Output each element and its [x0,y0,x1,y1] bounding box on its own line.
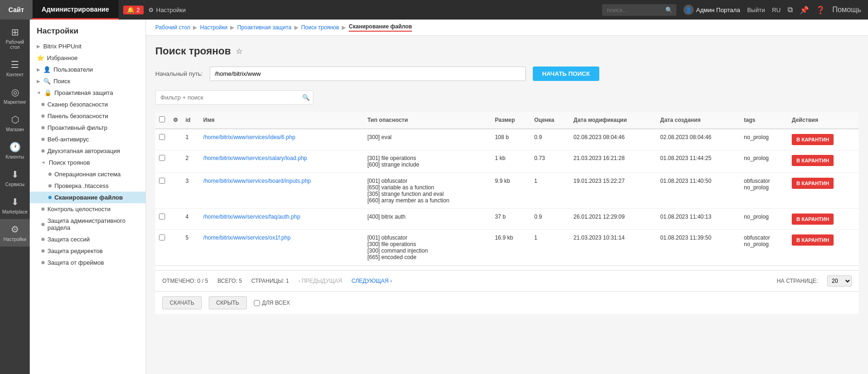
sidebar-item-favorites[interactable]: ⭐ Избранное [30,52,146,64]
sidebar-item-web-antivirus[interactable]: Веб-антивирус [30,134,146,145]
row-created: 02.08.2023 08:04:46 [656,129,740,150]
breadcrumb-desktop[interactable]: Рабочий стол [155,24,190,31]
breadcrumb-settings[interactable]: Настройки [200,24,227,31]
sidebar-item-integrity[interactable]: Контроль целостности [30,203,146,215]
sidebar-item-clients[interactable]: 🕐 Клиенты [0,137,30,164]
row-score: 0.9 [530,209,570,230]
row-id: 5 [182,230,199,266]
pagination-prev-button[interactable]: ‹ ПРЕДЫДУЩАЯ [298,278,342,284]
sidebar-item-security-panel[interactable]: Панель безопасности [30,110,146,122]
row-danger: [001] obfuscator[300] file operations[30… [364,230,491,266]
sidebar-item-file-scan[interactable]: Сканирование файлов [30,192,146,203]
pagination-next-button[interactable]: СЛЕДУЮЩАЯ › [351,278,392,284]
for-all-checkbox[interactable] [254,300,260,306]
pin-icon[interactable]: 📌 [800,6,809,14]
file-link[interactable]: /home/bitrix/www/services/salary/load.ph… [203,155,307,161]
admin-tab[interactable]: Администрирование [33,0,119,20]
sidebar-item-two-factor[interactable]: Двухэтапная авторизация [30,145,146,157]
sidebar-item-settings[interactable]: ⚙ Настройки [0,219,30,247]
dot-icon [41,103,45,106]
row-checkbox-input[interactable] [159,214,165,220]
sidebar-item-bitrix-phpunit[interactable]: ▶ Bitrix PHPUnit [30,40,146,52]
quarantine-button[interactable]: В КАРАНТИН [792,234,834,246]
sidebar-item-security-scanner[interactable]: Сканер безопасности [30,99,146,110]
pagination-marked: ОТМЕЧЕНО: 0 / 5 [162,278,208,284]
sidebar-item-admin-protect[interactable]: Защита административного раздела [30,215,146,234]
filter-row: 🔍 [155,90,859,105]
site-button[interactable]: Сайт [0,0,33,20]
sidebar-item-marketing[interactable]: ◎ Маркетинг [0,82,30,109]
sidebar-item-label: Рабочий стол [2,40,27,50]
sidebar-item-os[interactable]: Операционная система [30,168,146,180]
sidebar-item-frame-protect[interactable]: Защита от фреймов [30,257,146,268]
sidebar-item-label: Bitrix PHPUnit [43,43,81,50]
start-scan-button[interactable]: НАЧАТЬ ПОИСК [533,67,599,81]
window-icon[interactable]: ⧉ [788,6,793,14]
row-checkbox-input[interactable] [159,234,165,240]
settings-link[interactable]: ⚙ Настройки [148,7,186,13]
sidebar-item-proactive-filter[interactable]: Проактивный фильтр [30,122,146,134]
row-checkbox-input[interactable] [159,155,165,161]
sidebar-item-marketplace[interactable]: ⬇ Marketplace [0,192,30,219]
row-checkbox [155,150,169,173]
filter-input[interactable] [155,90,313,105]
language-button[interactable]: RU [772,7,781,13]
sidebar-item-services[interactable]: ⬇ Сервисы [0,164,30,192]
select-all-checkbox[interactable] [159,116,165,122]
row-checkbox-input[interactable] [159,178,165,184]
dot-icon [41,223,45,226]
sidebar-item-content[interactable]: ☰ Контент [0,54,30,82]
sidebar-item-trojan-search[interactable]: ▼ Поиск троянов [30,157,146,168]
sidebar-item-session-protect[interactable]: Защита сессий [30,234,146,245]
row-score: 1 [530,230,570,266]
dot-icon [41,138,45,141]
user-menu[interactable]: 👤 Админ Портала [683,5,740,15]
quarantine-button[interactable]: В КАРАНТИН [792,214,834,225]
main-layout: ⊞ Рабочий стол ☰ Контент ◎ Маркетинг ⬡ М… [0,20,868,374]
sidebar-item-label: Проактивный фильтр [47,124,107,131]
page-title: Поиск троянов [155,45,231,57]
row-created: 01.08.2023 11:39:50 [656,230,740,266]
breadcrumb-trojan[interactable]: Поиск троянов [301,24,339,31]
quarantine-button[interactable]: В КАРАНТИН [792,155,834,166]
hide-button[interactable]: СКРЫТЬ [209,296,247,309]
row-tags: no_prolog [740,209,788,230]
row-checkbox [155,173,169,209]
start-path-input[interactable] [210,67,526,81]
sidebar-item-shop[interactable]: ⬡ Магазин [0,109,30,137]
pagination-bar: ОТМЕЧЕНО: 0 / 5 ВСЕГО: 5 СТРАНИЦЫ: 1 ‹ П… [155,270,859,291]
arrow-icon: ▶ [37,67,40,72]
sidebar-item-desktop[interactable]: ⊞ Рабочий стол [0,22,30,54]
sidebar-item-label: Защита сессий [47,236,90,243]
logout-button[interactable]: Выйти [747,7,765,13]
row-checkbox-input[interactable] [159,134,165,140]
file-link[interactable]: /home/bitrix/www/services/idea/6.php [203,134,295,140]
per-page-label: НА СТРАНИЦЕ: [777,278,818,284]
quarantine-button[interactable]: В КАРАНТИН [792,134,834,145]
sidebar-item-label: Поиск троянов [49,159,90,166]
per-page-select[interactable]: 20 50 100 [827,275,852,287]
th-danger-type: Тип опасности [364,112,491,129]
row-name: /home/bitrix/www/services/salary/load.ph… [199,150,364,173]
row-id: 1 [182,129,199,150]
notification-badge[interactable]: 🔔 2 [123,6,144,14]
file-link[interactable]: /home/bitrix/www/services/board/inputs.p… [203,178,311,184]
sidebar-item-redirect-protect[interactable]: Защита редиректов [30,245,146,257]
quarantine-button[interactable]: В КАРАНТИН [792,178,834,189]
download-button[interactable]: СКАЧАТЬ [162,296,202,309]
dot-icon [41,149,45,153]
row-checkbox [155,230,169,266]
sidebar-item-label: Двухэтапная авторизация [47,147,120,154]
sidebar-item-users[interactable]: ▶ 👤 Пользователи [30,64,146,75]
file-link[interactable]: /home/bitrix/www/services/faq/auth.php [203,214,300,220]
sidebar-item-htaccess[interactable]: Проверка .htaccess [30,180,146,192]
start-path-label: Начальный путь: [155,70,203,77]
help-icon[interactable]: ❓ [816,6,825,14]
breadcrumb-proactive[interactable]: Проактивная защита [237,24,292,31]
sidebar-item-proactive[interactable]: ▼ 🔒 Проактивная защита [30,87,146,99]
horizontal-scrollbar[interactable] [155,266,859,270]
sidebar-item-search[interactable]: ▶ 🔍 Поиск [30,75,146,87]
sidebar-tree: ▶ Bitrix PHPUnit ⭐ Избранное ▶ 👤 Пользов… [30,40,146,268]
favorite-star-icon[interactable]: ☆ [236,47,242,56]
file-link[interactable]: /home/bitrix/www/services/ox1f.php [203,234,291,241]
